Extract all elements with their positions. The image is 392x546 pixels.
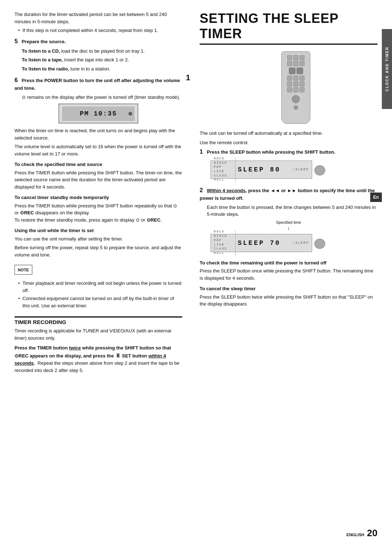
remote-btn bbox=[293, 76, 298, 81]
remote-big-btn bbox=[292, 95, 300, 103]
remote-btn bbox=[293, 81, 298, 86]
remote-control bbox=[281, 51, 310, 124]
step6-sub1: ⊙ remains on the display after the power… bbox=[22, 94, 182, 101]
cancel-sleep-text: Press the SLEEP button twice while press… bbox=[200, 294, 377, 308]
remote-btn bbox=[287, 61, 292, 66]
check-section: To check the specified time and source P… bbox=[15, 161, 182, 190]
en-label: En bbox=[373, 195, 379, 200]
using-text1: You can use the unit normally after sett… bbox=[15, 235, 182, 243]
using-text2: Before turning off the power, repeat ste… bbox=[15, 244, 182, 258]
left-column: The duration for the timer-activated per… bbox=[0, 0, 192, 546]
sleep-display-source: ROCK DISCOPOP LIVECLASS HALL bbox=[214, 157, 236, 182]
timer-recording-section: TIMER RECORDING Timer recording is appli… bbox=[15, 316, 182, 374]
note-label: NOTE bbox=[18, 268, 29, 272]
label-1: 1 bbox=[186, 73, 190, 82]
step-5: 5 Prepare the source. To listen to a CD,… bbox=[15, 37, 182, 73]
cancel-sleep-section: To cancel the sleep timer Press the SLEE… bbox=[200, 285, 377, 308]
sleep-icon-1 bbox=[314, 165, 325, 175]
sidebar-tab: CLOCK AND TIMER bbox=[382, 29, 392, 109]
volume-text: The volume level is automatically set to… bbox=[15, 143, 182, 157]
timer-display: PM 10:35 ⊙ bbox=[58, 104, 138, 124]
sleep-display-1: ROCK DISCOPOP LIVECLASS HALL SLEEP 80 SL… bbox=[203, 158, 377, 182]
timer-rec-main: Press the TIMER button twice while press… bbox=[15, 344, 182, 374]
timer-on-text: When the timer-on time is reached, the u… bbox=[15, 127, 182, 141]
remote-btn bbox=[299, 81, 305, 86]
step2-heading: Within 4 seconds, press the ◄◄ or ►► but… bbox=[200, 188, 375, 201]
cancel-sleep-heading: To cancel the sleep timer bbox=[200, 285, 377, 292]
remote-btn bbox=[293, 61, 298, 66]
check-remaining-heading: To check the time remaining until the po… bbox=[200, 259, 377, 267]
remote-small-circle bbox=[294, 105, 298, 110]
sleep-display-label-2: SLEEP bbox=[293, 241, 309, 245]
remote-btn bbox=[299, 87, 305, 92]
duration-text: The duration for the timer-activated per… bbox=[15, 11, 182, 25]
using-heading: Using the unit while the timer is set bbox=[15, 227, 182, 234]
intro-text: The unit can be turned off automatically… bbox=[200, 130, 377, 137]
check-remaining-text: Press the SLEEP button once while pressi… bbox=[200, 267, 377, 282]
step6-number: 6 bbox=[15, 77, 18, 83]
remote-illustration: 1 bbox=[200, 51, 377, 124]
sleep-display-box-2: ROCK DISCOPOP LIVECLASS HALL SLEEP 70 SL… bbox=[211, 234, 312, 252]
step-1: 1 Press the SLEEP button while pressing … bbox=[200, 147, 377, 182]
en-box: En bbox=[370, 193, 382, 202]
page-label: ENGLISH bbox=[347, 533, 364, 537]
remote-btn bbox=[299, 55, 305, 60]
display-text: PM 10:35 bbox=[80, 110, 117, 117]
step1-number: 1 bbox=[200, 149, 203, 155]
display-dot: ⊙ bbox=[128, 110, 133, 117]
note-box: NOTE bbox=[15, 265, 32, 275]
step5-line1: To listen to a CD, load the disc to be p… bbox=[22, 48, 182, 55]
specified-time-label: Specified time bbox=[200, 220, 377, 225]
step2-detail: Each time the button is pressed, the tim… bbox=[207, 204, 377, 218]
check-text: Press the TIMER button while pressing th… bbox=[15, 169, 182, 191]
main-title: SETTING THE SLEEP TIMER bbox=[200, 11, 377, 45]
sleep-display-2: ROCK DISCOPOP LIVECLASS HALL SLEEP 70 SL… bbox=[203, 232, 377, 256]
remote-special-btn bbox=[297, 68, 303, 74]
sleep-icon-2 bbox=[314, 239, 325, 249]
note-section: NOTE Timer playback and timer recording … bbox=[15, 261, 182, 309]
cancel-heading: To cancel timer standby mode temporarily bbox=[15, 194, 182, 201]
step2-number: 2 bbox=[200, 187, 203, 193]
page-number-section: ENGLISH 20 bbox=[347, 527, 377, 539]
remote-btn bbox=[287, 87, 292, 92]
timer-rec-intro: Timer recording is applicable for TUNER … bbox=[15, 327, 182, 341]
remote-btn bbox=[293, 87, 298, 92]
remote-btn bbox=[287, 55, 292, 60]
step6-heading: Press the POWER button to turn the unit … bbox=[15, 78, 180, 91]
sleep-display-label-1: SLEEP bbox=[293, 168, 309, 171]
remote-btn bbox=[299, 76, 305, 81]
check-heading: To check the specified time and source bbox=[15, 161, 182, 168]
step5-number: 5 bbox=[15, 38, 18, 44]
step5-line3: To listen to the radio, tune in to a sta… bbox=[22, 65, 182, 73]
note2: Connected equipment cannot be turned on … bbox=[18, 295, 182, 309]
using-section: Using the unit while the timer is set Yo… bbox=[15, 227, 182, 258]
step-2: 2 Within 4 seconds, press the ◄◄ or ►► b… bbox=[200, 186, 377, 256]
cancel-standby-section: To cancel timer standby mode temporarily… bbox=[15, 194, 182, 223]
remote-btn bbox=[299, 61, 305, 66]
remote-btn bbox=[287, 81, 292, 86]
right-column: SETTING THE SLEEP TIMER 1 bbox=[192, 0, 392, 546]
use-remote: Use the remote control. bbox=[200, 139, 377, 146]
page-number: 20 bbox=[367, 527, 377, 538]
step5-heading: Prepare the source. bbox=[22, 39, 66, 44]
remote-btn bbox=[287, 76, 292, 81]
check-remaining-section: To check the time remaining until the po… bbox=[200, 259, 377, 282]
sleep-display-text-1: SLEEP 80 bbox=[238, 166, 292, 173]
remote-btn bbox=[293, 55, 298, 60]
bullet-step-repeat: If this step is not completed within 4 s… bbox=[18, 27, 182, 34]
sleep-display-text-2: SLEEP 70 bbox=[238, 239, 292, 247]
step-6: 6 Press the POWER button to turn the uni… bbox=[15, 76, 182, 124]
note1: Timer playback and timer recording will … bbox=[18, 280, 182, 294]
remote-special-btn bbox=[289, 68, 295, 74]
arrow-down-icon: ↓ bbox=[200, 225, 377, 230]
sleep-display-box-1: ROCK DISCOPOP LIVECLASS HALL SLEEP 80 SL… bbox=[211, 161, 312, 179]
step1-heading: Press the SLEEP button while pressing th… bbox=[207, 149, 335, 155]
step5-line2: To listen to a tape, insert the tape int… bbox=[22, 56, 182, 64]
sleep-display-source-2: ROCK DISCOPOP LIVECLASS HALL bbox=[214, 230, 236, 255]
sidebar-tab-label: CLOCK AND TIMER bbox=[385, 46, 389, 92]
display-inner: PM 10:35 bbox=[62, 106, 135, 121]
cancel-text: Press the TIMER button while pressing th… bbox=[15, 202, 182, 224]
timer-recording-title: TIMER RECORDING bbox=[15, 316, 182, 325]
